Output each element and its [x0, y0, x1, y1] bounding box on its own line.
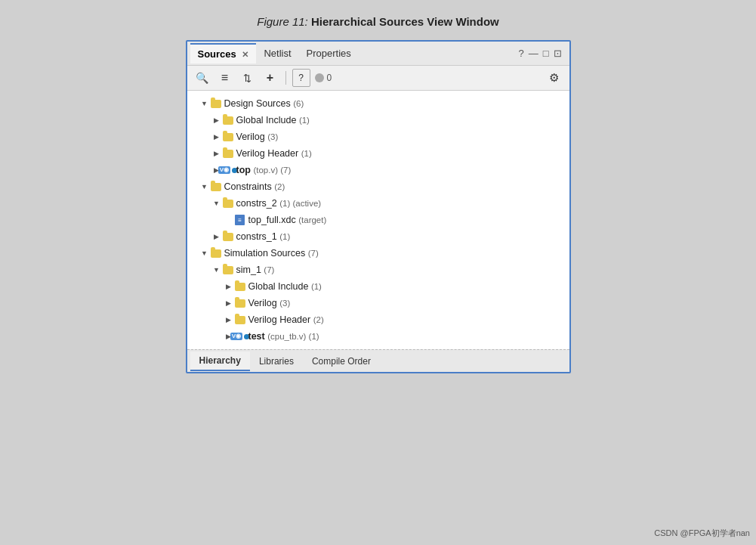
- toolbar: 🔍 ≡ ⇅ + ? 0 ⚙: [187, 66, 569, 91]
- tree-item-simulation-sources[interactable]: ▼ Simulation Sources (7): [187, 245, 569, 262]
- label-constraints: Constraints (2): [224, 181, 285, 192]
- label-sim-global-include: Global Include (1): [248, 281, 322, 292]
- bottom-tab-bar: Hierarchy Libraries Compile Order: [187, 349, 569, 372]
- figure-caption: Figure 11: Hierarchical Sources View Win…: [257, 15, 499, 28]
- folder-icon-constrs-1: [222, 233, 234, 241]
- window-controls: ? — □ ⊡: [518, 48, 566, 59]
- folder-icon-sim-global-include: [234, 283, 246, 291]
- tree-item-sim-1[interactable]: ▼ sim_1 (7): [187, 262, 569, 278]
- toolbar-separator: [285, 71, 286, 85]
- source-tree: ▼ Design Sources (6) ▶ Global Include (1…: [187, 91, 569, 349]
- popout-icon[interactable]: ⊡: [554, 48, 562, 59]
- folder-icon-sim-verilog-header: [234, 316, 246, 324]
- arrow-verilog-header: ▶: [211, 150, 222, 157]
- label-verilog-header: Verilog Header (1): [236, 148, 312, 159]
- help-icon[interactable]: ?: [518, 48, 523, 59]
- arrow-sim-1: ▼: [211, 266, 222, 274]
- arrow-constrs-1: ▶: [211, 233, 222, 240]
- folder-icon-sim-1: [222, 266, 234, 274]
- label-top: top (top.v) (7): [236, 165, 292, 175]
- info-button[interactable]: ?: [292, 69, 310, 87]
- folder-icon-design-sources: [210, 100, 222, 108]
- verilog-badge-top: V◉: [222, 166, 234, 174]
- label-constrs-2: constrs_2 (1) (active): [236, 198, 322, 209]
- tab-sources[interactable]: Sources ✕: [190, 43, 257, 63]
- tab-netlist[interactable]: Netlist: [256, 44, 298, 63]
- arrow-constraints: ▼: [199, 183, 210, 190]
- arrow-constrs-2: ▼: [211, 200, 222, 207]
- settings-button[interactable]: ⚙: [545, 69, 563, 87]
- label-simulation-sources: Simulation Sources (7): [224, 248, 319, 259]
- arrow-global-include: ▶: [211, 116, 222, 124]
- tab-bar: Sources ✕ Netlist Properties ? — □ ⊡: [187, 42, 569, 66]
- label-sim-1: sim_1 (7): [236, 265, 275, 275]
- tree-item-verilog[interactable]: ▶ Verilog (3): [187, 129, 569, 145]
- minimize-icon[interactable]: —: [529, 48, 538, 59]
- label-global-include: Global Include (1): [236, 115, 310, 125]
- label-verilog: Verilog (3): [236, 132, 279, 142]
- arrow-verilog: ▶: [211, 133, 222, 141]
- tree-item-verilog-header[interactable]: ▶ Verilog Header (1): [187, 145, 569, 162]
- label-design-sources: Design Sources (6): [224, 98, 304, 109]
- arrow-sim-verilog: ▶: [224, 299, 234, 307]
- bottom-tab-compile-order[interactable]: Compile Order: [303, 352, 380, 370]
- folder-icon-global-include: [222, 116, 234, 125]
- folder-icon-verilog: [222, 133, 234, 141]
- tab-close-sources[interactable]: ✕: [242, 50, 248, 59]
- tree-item-sim-verilog-header[interactable]: ▶ Verilog Header (2): [187, 311, 569, 328]
- label-sim-verilog-header: Verilog Header (2): [248, 314, 324, 325]
- tree-item-sim-verilog[interactable]: ▶ Verilog (3): [187, 295, 569, 311]
- sources-window: Sources ✕ Netlist Properties ? — □ ⊡ 🔍 ≡…: [186, 40, 571, 373]
- add-button[interactable]: +: [261, 69, 279, 87]
- tree-item-sim-global-include[interactable]: ▶ Global Include (1): [187, 278, 569, 295]
- label-test: test (cpu_tb.v) (1): [248, 331, 319, 342]
- tree-item-global-include[interactable]: ▶ Global Include (1): [187, 112, 569, 129]
- folder-icon-constraints: [210, 183, 222, 191]
- search-button[interactable]: 🔍: [193, 69, 211, 87]
- collapse-all-button[interactable]: ≡: [216, 69, 234, 87]
- tree-item-constrs-2[interactable]: ▼ constrs_2 (1) (active): [187, 195, 569, 212]
- folder-icon-simulation-sources: [210, 249, 222, 258]
- folder-icon-sim-verilog: [234, 299, 246, 308]
- tree-item-test[interactable]: ▶ V◉ test (cpu_tb.v) (1): [187, 328, 569, 345]
- label-constrs-1: constrs_1 (1): [236, 231, 291, 242]
- bottom-tab-hierarchy[interactable]: Hierarchy: [190, 351, 250, 371]
- expand-all-button[interactable]: ⇅: [239, 69, 257, 87]
- tree-item-top[interactable]: ▶ V◉ top (top.v) (7): [187, 162, 569, 178]
- arrow-simulation-sources: ▼: [199, 249, 210, 257]
- tree-item-design-sources[interactable]: ▼ Design Sources (6): [187, 95, 569, 112]
- restore-icon[interactable]: □: [543, 48, 549, 59]
- label-top-full-xdc: top_full.xdc (target): [248, 215, 327, 225]
- tree-item-constrs-1[interactable]: ▶ constrs_1 (1): [187, 228, 569, 245]
- arrow-sim-verilog-header: ▶: [224, 316, 234, 324]
- tree-item-constraints[interactable]: ▼ Constraints (2): [187, 178, 569, 195]
- folder-icon-verilog-header: [222, 150, 234, 158]
- bottom-tab-libraries[interactable]: Libraries: [250, 352, 303, 370]
- label-sim-verilog: Verilog (3): [248, 298, 291, 308]
- tab-properties[interactable]: Properties: [299, 44, 359, 63]
- folder-icon-constrs-2: [222, 200, 234, 208]
- tree-item-top-full-xdc[interactable]: top_full.xdc (target): [187, 212, 569, 228]
- run-indicator: 0: [315, 73, 332, 83]
- arrow-design-sources: ▼: [199, 100, 210, 107]
- indicator-dot: [315, 73, 324, 82]
- arrow-sim-global-include: ▶: [224, 283, 234, 290]
- footer-credit: CSDN @FPGA初学者nan: [654, 528, 750, 539]
- xdc-file-icon: [234, 215, 246, 225]
- verilog-badge-test: V◉: [234, 333, 246, 340]
